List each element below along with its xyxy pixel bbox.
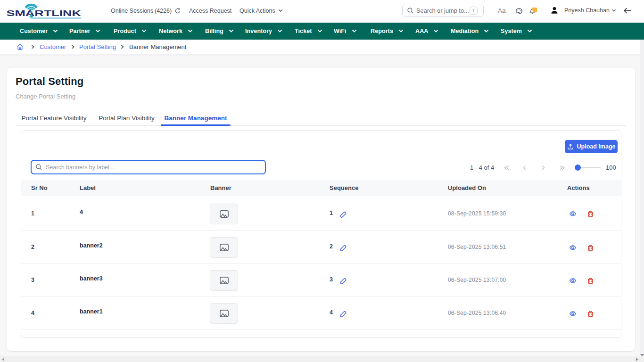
svg-text:SMARTLINK: SMARTLINK [7, 9, 82, 17]
